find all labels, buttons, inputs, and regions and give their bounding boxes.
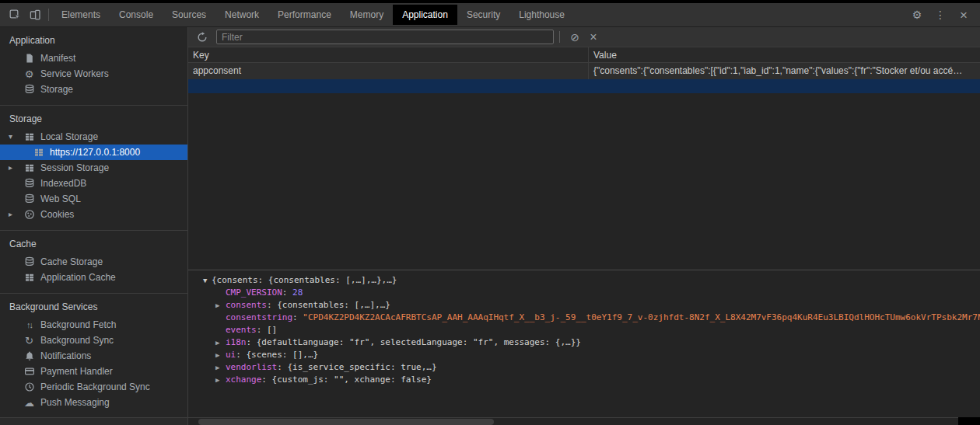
column-header-value[interactable]: Value — [589, 47, 980, 62]
tree-segment-key: ui — [226, 350, 236, 360]
sidebar-item-background-fetch[interactable]: ↑↓Background Fetch — [0, 317, 187, 333]
sidebar-item-label: Cookies — [40, 209, 74, 220]
tree-segment-plain: {consentables: [,…],…} — [277, 300, 390, 310]
sidebar-scrollbar[interactable] — [0, 417, 187, 425]
tree-segment-plain: {custom_js: "", xchange: false} — [272, 374, 432, 385]
tab-elements[interactable]: Elements — [52, 5, 110, 25]
storage-key-cell[interactable]: appconsent — [188, 63, 589, 79]
database-icon — [23, 256, 35, 268]
expander-closed-icon[interactable]: ▶ — [215, 374, 225, 386]
tab-sources[interactable]: Sources — [163, 5, 215, 25]
tab-memory[interactable]: Memory — [341, 5, 393, 25]
sidebar-item-label: Application Cache — [40, 272, 116, 283]
separator — [48, 9, 49, 21]
tree-segment-plain: {consents: {consentables: [,…],…},…} — [212, 275, 397, 285]
sidebar-item-cache-storage[interactable]: Cache Storage — [0, 254, 187, 270]
sidebar-item-label: Background Fetch — [40, 319, 116, 330]
tab-network[interactable]: Network — [215, 5, 268, 25]
tab-lighthouse[interactable]: Lighthouse — [509, 5, 574, 25]
sidebar-item-https-127-0-0-1-8000[interactable]: https://127.0.0.1:8000 — [0, 145, 187, 160]
tree-segment-key: consents — [226, 300, 267, 310]
selected-empty-row[interactable] — [188, 79, 980, 93]
table-row[interactable]: appconsent {"consents":{"consentables":[… — [188, 63, 980, 79]
sidebar-item-service-workers[interactable]: ⚙Service Workers — [0, 66, 187, 82]
sidebar-item-storage[interactable]: Storage — [0, 82, 187, 97]
tab-application[interactable]: Application — [393, 5, 457, 25]
sidebar-item-push-messaging[interactable]: ☁Push Messaging — [0, 395, 187, 410]
sidebar-section-application: ApplicationManifest⚙Service WorkersStora… — [0, 27, 187, 106]
expander-closed-icon[interactable]: ▶ — [215, 299, 225, 312]
inspect-element-icon[interactable] — [5, 5, 25, 24]
sidebar-item-manifest[interactable]: Manifest — [0, 51, 187, 66]
sidebar-section-title: Cache — [0, 234, 187, 254]
kebab-menu-icon[interactable]: ⋮ — [930, 5, 950, 24]
tree-segment-plain: : — [292, 312, 303, 322]
tree-segment-plain: : — [247, 337, 257, 347]
horizontal-scrollbar[interactable] — [188, 417, 980, 425]
sidebar-item-indexeddb[interactable]: IndexedDB — [0, 176, 187, 191]
sidebar-item-label: IndexedDB — [40, 178, 86, 189]
tree-line-consents[interactable]: ▶consents: {consentables: [,…],…} — [188, 299, 980, 312]
sidebar-item-label: Notifications — [40, 350, 91, 361]
tree-line-cmp-version[interactable]: CMP_VERSION: 28 — [188, 287, 980, 299]
chevron-right-icon[interactable]: ▸ — [9, 160, 18, 176]
tree-segment-key: vendorlist — [226, 362, 277, 372]
table-header: Key Value — [188, 47, 980, 63]
table-icon — [23, 162, 35, 174]
table-icon — [23, 272, 35, 284]
chevron-right-icon[interactable]: ▸ — [9, 207, 18, 222]
database-icon — [23, 193, 35, 205]
value-preview-pane: ▼{consents: {consentables: [,…],…},…}CMP… — [188, 270, 980, 417]
tree-segment-plain: : — [267, 300, 277, 310]
tree-line-vendorlist[interactable]: ▶vendorlist: {is_service_specific: true,… — [188, 361, 980, 374]
close-devtools-icon[interactable]: × — [954, 5, 974, 24]
sidebar-item-periodic-background-sync[interactable]: Periodic Background Sync — [0, 379, 187, 395]
tree-line-ui[interactable]: ▶ui: {scenes: [],…} — [188, 349, 980, 361]
sidebar-item-session-storage[interactable]: ▸Session Storage — [0, 160, 187, 176]
chevron-down-icon[interactable]: ▾ — [9, 129, 18, 145]
storage-toolbar: ⊘ × — [188, 27, 980, 47]
sidebar-item-cookies[interactable]: ▸Cookies — [0, 207, 187, 222]
sidebar-item-payment-handler[interactable]: Payment Handler — [0, 364, 187, 379]
devtools-tabbar: ElementsConsoleSourcesNetworkPerformance… — [0, 0, 980, 27]
sidebar-tree: ApplicationManifest⚙Service WorkersStora… — [0, 27, 187, 417]
sidebar-item-background-sync[interactable]: ↻Background Sync — [0, 333, 187, 348]
tab-performance[interactable]: Performance — [268, 5, 341, 25]
sidebar-item-label: Session Storage — [40, 162, 109, 173]
tree-line-xchange[interactable]: ▶xchange: {custom_js: "", xchange: false… — [188, 374, 980, 386]
tab-console[interactable]: Console — [110, 5, 163, 25]
expander-closed-icon[interactable]: ▶ — [215, 349, 225, 361]
tree-line-events[interactable]: events: [] — [188, 324, 980, 336]
sidebar-item-label: Manifest — [40, 53, 75, 64]
tree-line-root[interactable]: ▼{consents: {consentables: [,…],…},…} — [188, 274, 980, 287]
tree-line-i18n[interactable]: ▶i18n: {defaultLanguage: "fr", selectedL… — [188, 336, 980, 349]
refresh-icon[interactable] — [193, 29, 212, 46]
sync-icon: ↻ — [23, 335, 35, 347]
delete-selected-icon[interactable]: × — [584, 29, 603, 46]
tree-segment-plain: {is_service_specific: true,…} — [287, 362, 436, 372]
sidebar-item-label: Periodic Background Sync — [40, 381, 150, 392]
expander-open-icon[interactable]: ▼ — [203, 274, 212, 287]
tree-segment-plain: : — [282, 287, 292, 298]
tab-security[interactable]: Security — [457, 5, 509, 25]
database-icon — [23, 178, 35, 190]
device-toolbar-icon[interactable] — [25, 5, 45, 24]
expander-closed-icon[interactable]: ▶ — [215, 336, 225, 349]
application-sidebar: ApplicationManifest⚙Service WorkersStora… — [0, 27, 188, 425]
sidebar-section-background-services: Background Services↑↓Background Fetch↻Ba… — [0, 294, 187, 417]
sidebar-item-application-cache[interactable]: Application Cache — [0, 270, 187, 285]
clock-icon — [23, 381, 35, 393]
storage-value-cell[interactable]: {"consents":{"consentables":[{"id":1,"ia… — [589, 63, 980, 79]
settings-gear-icon[interactable]: ⚙ — [907, 5, 927, 24]
sidebar-item-local-storage[interactable]: ▾Local Storage — [0, 129, 187, 145]
sidebar-item-notifications[interactable]: Notifications — [0, 348, 187, 364]
expander-closed-icon[interactable]: ▶ — [215, 361, 225, 374]
table-empty-area[interactable] — [188, 93, 980, 270]
filter-input[interactable] — [216, 30, 554, 44]
tree-line-consentstring[interactable]: consentstring: "CPD4KZ2PD4KZ2ACAcAFRBTCs… — [188, 312, 980, 324]
scrollbar-thumb[interactable] — [198, 419, 494, 425]
clear-all-icon[interactable]: ⊘ — [565, 29, 584, 46]
tree-segment-string: "CPD4KZ2PD4KZ2ACAcAFRBTCsAP_AAH_AAAqIHqt… — [303, 312, 980, 322]
sidebar-item-web-sql[interactable]: Web SQL — [0, 191, 187, 207]
column-header-key[interactable]: Key — [188, 47, 589, 62]
